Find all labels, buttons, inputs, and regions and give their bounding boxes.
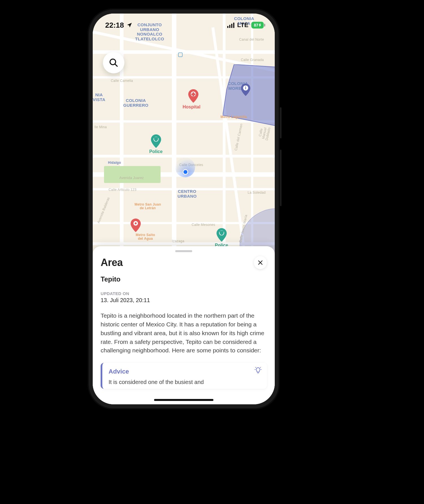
sheet-subtitle: Tepito bbox=[101, 275, 267, 283]
sheet-handle[interactable] bbox=[175, 250, 192, 252]
map-street-label: Calle del Carmen bbox=[234, 123, 243, 151]
status-bar: 22:18 LTE 87 bbox=[93, 14, 275, 31]
map-street-label: Canal del Norte bbox=[239, 38, 264, 42]
network-label: LTE bbox=[237, 21, 248, 29]
battery-level: 87 bbox=[254, 23, 258, 27]
svg-point-5 bbox=[135, 222, 137, 224]
police-pin-icon[interactable] bbox=[217, 228, 227, 242]
phone-frame: CONJUNTO URBANO NONOALCO TLATELOLCO COLO… bbox=[88, 8, 280, 409]
search-button[interactable] bbox=[103, 52, 124, 73]
police-pin-icon[interactable] bbox=[151, 134, 161, 148]
location-arrow-icon bbox=[126, 22, 133, 28]
close-icon bbox=[257, 259, 263, 266]
map-pin-icon[interactable] bbox=[131, 219, 141, 232]
police-pin-label: Police bbox=[149, 149, 163, 154]
map-area-label: COLONIA GUERRERO bbox=[123, 98, 148, 108]
search-icon bbox=[109, 58, 118, 67]
map-metro-label: Metro Salto del Agua bbox=[136, 233, 155, 241]
map-area-label: CENTRO URBANO bbox=[178, 189, 197, 198]
area-sheet[interactable]: Area Tepito UPDATED ON 13. Juli 2023, 20… bbox=[93, 246, 275, 404]
map-street-label: Izazaga bbox=[172, 239, 184, 243]
screen: CONJUNTO URBANO NONOALCO TLATELOLCO COLO… bbox=[93, 14, 275, 404]
user-location-dot bbox=[183, 169, 188, 175]
lightbulb-icon bbox=[254, 367, 262, 374]
info-pin-icon[interactable]: i bbox=[241, 84, 250, 96]
svg-rect-10 bbox=[178, 53, 182, 57]
map-street-label: Avenida Balderas bbox=[97, 197, 111, 224]
advice-card: Advice It is considered one of the busie… bbox=[101, 363, 267, 389]
map-street-label: Hidalgo bbox=[108, 161, 121, 165]
updated-on-value: 13. Juli 2023, 20:11 bbox=[101, 297, 267, 304]
map-metro-label: Metro Lagunilla bbox=[220, 115, 247, 119]
sheet-title: Area bbox=[101, 257, 123, 269]
close-button[interactable] bbox=[254, 256, 267, 269]
updated-on-label: UPDATED ON bbox=[101, 291, 267, 296]
map-street-label: lle Mina bbox=[94, 125, 107, 129]
map-street-label: Calle Mesones bbox=[192, 223, 215, 227]
map-park bbox=[104, 166, 161, 183]
advice-text: It is considered one of the busiest and bbox=[109, 378, 261, 386]
status-time: 22:18 bbox=[105, 21, 124, 30]
svg-line-16 bbox=[256, 367, 256, 368]
map-area-label: NIA VISTA bbox=[93, 93, 105, 102]
map-street-label: La Soledad bbox=[248, 191, 266, 195]
side-button bbox=[280, 150, 282, 206]
map-street-label: Calle Camelia bbox=[111, 79, 133, 83]
advice-title: Advice bbox=[109, 368, 261, 375]
svg-line-12 bbox=[115, 64, 117, 66]
svg-text:i: i bbox=[245, 86, 246, 90]
side-button bbox=[280, 107, 282, 138]
battery-icon: 87 bbox=[251, 22, 265, 29]
map-metro-label: Metro San Juan de Letrán bbox=[135, 203, 161, 210]
map-street-label: Avenida Juarez bbox=[119, 176, 144, 180]
signal-bars-icon bbox=[227, 22, 234, 28]
home-indicator[interactable] bbox=[154, 399, 213, 401]
map-poi-icon bbox=[178, 52, 183, 58]
hospital-pin-icon[interactable] bbox=[188, 89, 198, 103]
map-street-label: Calle Articulo 123 bbox=[109, 188, 137, 192]
hospital-pin-label: Hospital bbox=[183, 104, 200, 110]
area-description: Tepito is a neighborhood located in the … bbox=[101, 311, 267, 355]
svg-line-17 bbox=[260, 367, 261, 368]
map-street-label: Calle Granada bbox=[241, 58, 264, 62]
